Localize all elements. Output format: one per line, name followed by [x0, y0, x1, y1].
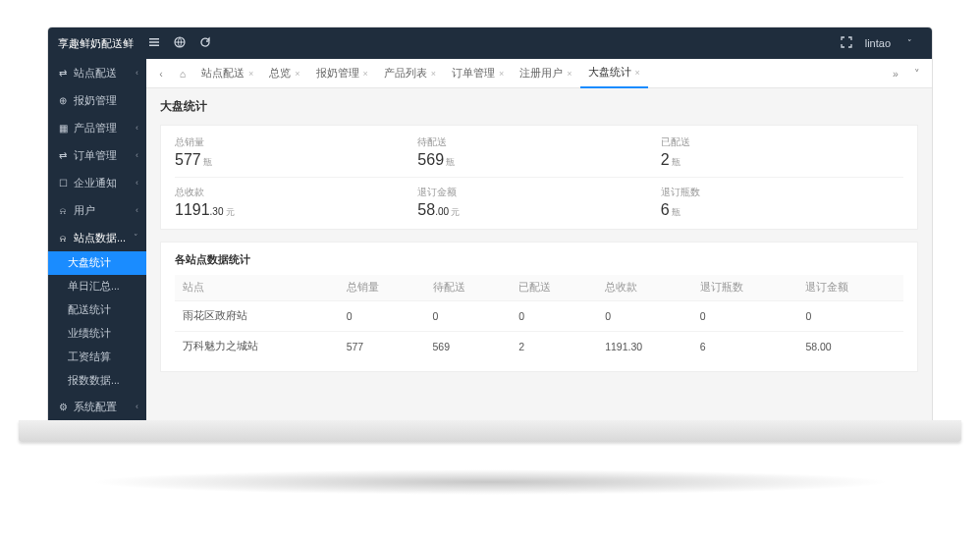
stat-label: 已配送 [661, 135, 903, 149]
nav-label: 站点配送 [74, 66, 117, 81]
table-row: 雨花区政府站000000 [175, 301, 903, 332]
stat-value: 569瓶 [417, 151, 660, 169]
table-header: 已配送 [511, 275, 597, 301]
table-cell: 569 [425, 332, 512, 362]
sidebar-subitem[interactable]: 工资结算 [48, 346, 146, 369]
sidebar-item[interactable]: ⍾用户‹ [48, 196, 146, 224]
table-row: 万科魅力之城站57756921191.30658.00 [175, 332, 903, 362]
nav-icon: ⍾ [56, 233, 70, 243]
sidebar-item[interactable]: ⊕报奶管理 [48, 86, 146, 114]
tab[interactable]: 大盘统计× [580, 59, 648, 88]
sidebar-item[interactable]: ⚙系统配置‹ [48, 393, 146, 420]
laptop-base [19, 420, 961, 442]
stat-value: 577瓶 [175, 151, 417, 169]
top-bar: 享趣鲜奶配送鲜 lintao ˅ [48, 27, 932, 59]
tab-label: 注册用户 [519, 67, 563, 81]
sidebar-item[interactable]: ▦产品管理‹ [48, 114, 146, 141]
tabs-menu-chevron-down-icon[interactable]: ˅ [906, 68, 928, 80]
stat-block: 退订瓶数6瓶 [661, 186, 903, 219]
chevron-icon: ‹ [136, 402, 138, 411]
fullscreen-icon[interactable] [838, 36, 855, 50]
nav-icon: ⇄ [56, 150, 70, 161]
table-cell: 0 [511, 301, 597, 332]
table-header: 总收款 [597, 275, 692, 301]
close-icon[interactable]: × [567, 69, 572, 79]
nav-label: 系统配置 [74, 400, 117, 414]
sidebar-subitem[interactable]: 报数数据... [48, 369, 146, 393]
chevron-icon: ‹ [136, 68, 138, 78]
chevron-icon: ˅ [134, 233, 138, 243]
table-cell: 万科魅力之城站 [175, 332, 339, 362]
tab-label: 报奶管理 [316, 67, 359, 81]
refresh-icon[interactable] [196, 36, 214, 50]
close-icon[interactable]: × [499, 69, 504, 79]
chevron-icon: ‹ [136, 178, 138, 188]
sidebar-item[interactable]: ☐企业通知‹ [48, 169, 146, 196]
stat-block: 退订金额58.00元 [417, 186, 660, 219]
tab[interactable]: 报奶管理× [308, 59, 376, 88]
nav-label: 报奶管理 [74, 93, 117, 108]
stats-card: 总销量577瓶待配送569瓶已配送2瓶 总收款1191.30元退订金额58.00… [160, 125, 918, 230]
close-icon[interactable]: × [295, 69, 299, 79]
tab[interactable]: 订单管理× [444, 59, 512, 88]
globe-icon[interactable] [171, 36, 189, 50]
stat-label: 总销量 [175, 135, 417, 149]
tab-label: 产品列表 [384, 67, 427, 81]
tabs-scroll-right-icon[interactable]: » [885, 68, 906, 80]
sidebar-item[interactable]: ⇄站点配送‹ [48, 59, 146, 86]
tab[interactable]: 产品列表× [376, 59, 444, 88]
tab[interactable]: 总览× [261, 59, 307, 88]
user-chevron-down-icon[interactable]: ˅ [900, 38, 918, 48]
tabs-bar: ‹ ⌂ 站点配送×总览×报奶管理×产品列表×订单管理×注册用户×大盘统计× » … [146, 59, 932, 88]
stat-block: 总销量577瓶 [175, 135, 417, 169]
sidebar-item[interactable]: ⇄订单管理‹ [48, 141, 146, 169]
table-cell: 6 [692, 332, 798, 362]
table-cell: 2 [511, 332, 597, 362]
tab[interactable]: 站点配送× [193, 59, 261, 88]
nav-label: 企业通知 [74, 176, 117, 190]
sidebar-subitem[interactable]: 大盘统计 [48, 251, 146, 275]
tabs-scroll-left-icon[interactable]: ‹ [150, 68, 172, 80]
tab-label: 订单管理 [452, 67, 495, 81]
app-title: 享趣鲜奶配送鲜 [58, 36, 134, 51]
user-name[interactable]: lintao [865, 37, 891, 49]
table-cell: 雨花区政府站 [175, 301, 339, 332]
sidebar-item[interactable]: ⍾站点数据...˅ [48, 224, 146, 251]
table-cell: 0 [692, 301, 798, 332]
sidebar: ⇄站点配送‹⊕报奶管理▦产品管理‹⇄订单管理‹☐企业通知‹⍾用户‹⍾站点数据..… [48, 59, 146, 420]
table-cell: 58.00 [797, 332, 903, 362]
stat-value: 6瓶 [661, 201, 903, 219]
stat-block: 待配送569瓶 [417, 135, 660, 169]
nav-label: 用户 [74, 203, 95, 218]
close-icon[interactable]: × [248, 69, 253, 79]
tab-label: 站点配送 [201, 67, 245, 81]
close-icon[interactable]: × [431, 69, 436, 79]
sidebar-subitem[interactable]: 业绩统计 [48, 322, 146, 346]
sidebar-subitem[interactable]: 单日汇总... [48, 275, 146, 298]
table-cell: 0 [797, 301, 903, 332]
tab-label: 大盘统计 [588, 66, 631, 80]
nav-icon: ▦ [56, 123, 70, 134]
section-title: 各站点数据统计 [175, 252, 903, 267]
home-icon[interactable]: ⌂ [172, 68, 193, 80]
table-cell: 1191.30 [597, 332, 692, 362]
main-content: ‹ ⌂ 站点配送×总览×报奶管理×产品列表×订单管理×注册用户×大盘统计× » … [146, 59, 932, 420]
sidebar-subitem[interactable]: 配送统计 [48, 298, 146, 322]
nav-label: 站点数据... [74, 231, 126, 245]
chevron-icon: ‹ [136, 123, 138, 133]
stat-value: 58.00元 [417, 201, 660, 219]
stat-label: 退订金额 [417, 186, 660, 199]
menu-toggle-icon[interactable] [145, 36, 163, 50]
stat-value: 2瓶 [661, 151, 903, 169]
close-icon[interactable]: × [363, 69, 368, 79]
close-icon[interactable]: × [635, 68, 640, 78]
stat-label: 总收款 [175, 186, 417, 199]
chevron-icon: ‹ [136, 205, 138, 215]
tab[interactable]: 注册用户× [512, 59, 579, 88]
page-title: 大盘统计 [160, 98, 918, 115]
stat-block: 总收款1191.30元 [175, 186, 417, 219]
table-header: 待配送 [425, 275, 512, 301]
stat-value: 1191.30元 [175, 201, 417, 219]
nav-icon: ⊕ [56, 95, 70, 106]
stat-label: 退订瓶数 [661, 186, 903, 199]
